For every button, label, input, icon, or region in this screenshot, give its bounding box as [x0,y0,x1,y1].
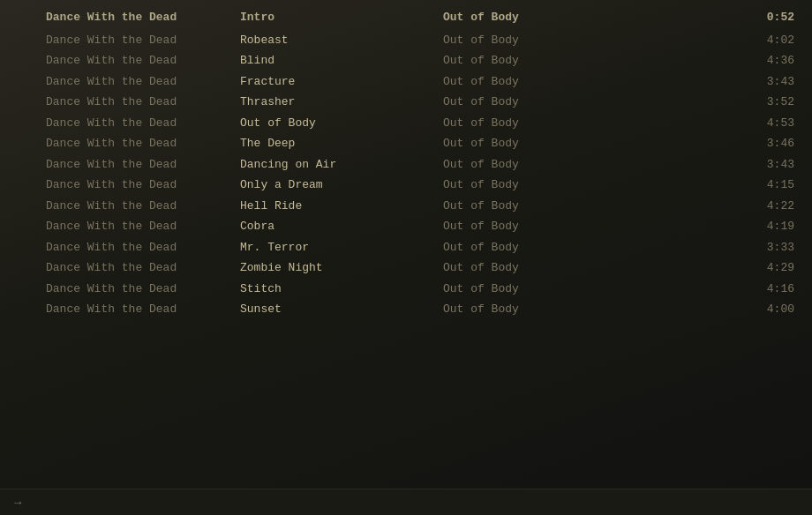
track-duration: 4:00 [759,301,794,318]
header-duration: 0:52 [759,9,794,26]
track-list: Dance With the Dead Intro Out of Body 0:… [0,0,812,327]
track-artist: Dance With the Dead [46,52,240,70]
track-list-header: Dance With the Dead Intro Out of Body 0:… [0,7,812,28]
track-artist: Dance With the Dead [46,93,240,111]
track-album: Out of Body [443,239,620,257]
track-duration: 4:15 [759,176,794,194]
track-album: Out of Body [443,93,620,111]
track-artist: Dance With the Dead [46,115,240,132]
track-title: Mr. Terror [240,239,443,257]
track-artist: Dance With the Dead [46,135,240,153]
track-duration: 3:33 [759,239,794,257]
track-duration: 4:19 [759,218,794,235]
track-album: Out of Body [443,156,620,174]
track-title: Only a Dream [240,176,443,194]
track-duration: 3:43 [759,73,794,91]
track-title: Blind [240,52,443,70]
table-row[interactable]: Dance With the Dead The Deep Out of Body… [0,133,812,154]
track-album: Out of Body [443,115,620,132]
header-album: Out of Body [443,9,620,26]
track-title: Dancing on Air [240,156,443,174]
track-album: Out of Body [443,32,620,49]
track-title: Fracture [240,73,443,91]
track-album: Out of Body [443,301,620,318]
track-album: Out of Body [443,198,620,215]
table-row[interactable]: Dance With the Dead Hell Ride Out of Bod… [0,196,812,217]
track-title: Hell Ride [240,198,443,215]
table-row[interactable]: Dance With the Dead Sunset Out of Body 4… [0,299,812,320]
track-duration: 4:36 [759,52,794,70]
track-duration: 4:53 [759,115,794,132]
track-duration: 4:29 [759,259,794,277]
track-artist: Dance With the Dead [46,239,240,257]
track-title: Sunset [240,301,443,318]
table-row[interactable]: Dance With the Dead Mr. Terror Out of Bo… [0,237,812,258]
track-duration: 4:16 [759,280,794,298]
track-title: Cobra [240,218,443,235]
table-row[interactable]: Dance With the Dead Dancing on Air Out o… [0,154,812,175]
track-album: Out of Body [443,135,620,153]
table-row[interactable]: Dance With the Dead Cobra Out of Body 4:… [0,216,812,237]
table-row[interactable]: Dance With the Dead Fracture Out of Body… [0,71,812,93]
track-artist: Dance With the Dead [46,301,240,318]
bottom-bar: → [0,489,812,515]
track-duration: 4:02 [759,32,794,49]
track-artist: Dance With the Dead [46,259,240,277]
track-artist: Dance With the Dead [46,198,240,215]
table-row[interactable]: Dance With the Dead Out of Body Out of B… [0,113,812,134]
track-album: Out of Body [443,280,620,298]
header-artist: Dance With the Dead [46,9,240,26]
arrow-icon: → [14,496,21,510]
track-duration: 3:52 [759,93,794,111]
track-album: Out of Body [443,52,620,70]
track-artist: Dance With the Dead [46,73,240,91]
table-row[interactable]: Dance With the Dead Stitch Out of Body 4… [0,279,812,300]
track-album: Out of Body [443,259,620,277]
track-title: Out of Body [240,115,443,132]
track-duration: 4:22 [759,198,794,215]
table-row[interactable]: Dance With the Dead Zombie Night Out of … [0,258,812,279]
track-album: Out of Body [443,218,620,235]
table-row[interactable]: Dance With the Dead Only a Dream Out of … [0,175,812,196]
track-artist: Dance With the Dead [46,32,240,49]
track-album: Out of Body [443,73,620,91]
track-artist: Dance With the Dead [46,156,240,174]
track-title: Thrasher [240,93,443,111]
track-duration: 3:46 [759,135,794,153]
table-row[interactable]: Dance With the Dead Thrasher Out of Body… [0,92,812,113]
track-artist: Dance With the Dead [46,280,240,298]
track-title: The Deep [240,135,443,153]
track-duration: 3:43 [759,156,794,174]
track-artist: Dance With the Dead [46,218,240,235]
track-title: Stitch [240,280,443,298]
track-artist: Dance With the Dead [46,176,240,194]
track-title: Robeast [240,32,443,49]
track-title: Zombie Night [240,259,443,277]
header-title: Intro [240,9,443,26]
table-row[interactable]: Dance With the Dead Robeast Out of Body … [0,30,812,51]
track-album: Out of Body [443,176,620,194]
table-row[interactable]: Dance With the Dead Blind Out of Body 4:… [0,50,812,71]
